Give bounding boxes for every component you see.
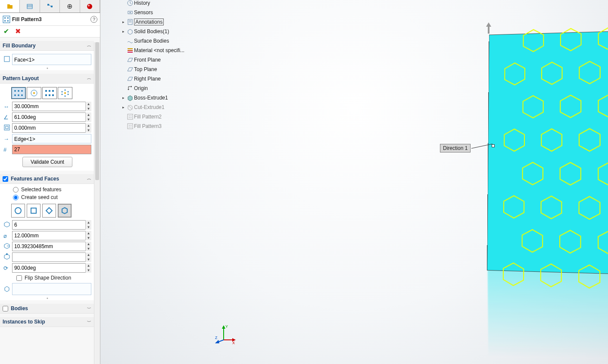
view-triad[interactable]: Y X Z — [215, 323, 237, 344]
svg-marker-85 — [579, 196, 600, 219]
svg-marker-78 — [541, 129, 562, 151]
expand-toggle[interactable]: ▸ — [120, 29, 126, 34]
chevron-down-icon: ︿ — [87, 306, 91, 311]
cancel-button[interactable]: ✖ — [15, 28, 21, 35]
pattern-direction-input[interactable] — [12, 134, 91, 143]
pm-tab-feature[interactable] — [0, 0, 20, 12]
svg-marker-55 — [131, 86, 132, 87]
tree-node[interactable]: Origin — [108, 84, 184, 93]
pattern-instance — [520, 227, 546, 254]
spinner[interactable]: ▲▼ — [85, 123, 91, 133]
plane-icon — [126, 66, 134, 73]
polygon-sides-input[interactable] — [12, 220, 91, 230]
fill-icon — [126, 113, 134, 120]
extrude-direction-arrow[interactable] — [485, 22, 493, 36]
pm-tab-tree[interactable] — [40, 0, 60, 12]
flip-shape-checkbox[interactable] — [16, 275, 22, 281]
svg-rect-63 — [128, 124, 133, 129]
svg-point-11 — [4, 20, 6, 21]
margins-input[interactable] — [12, 123, 91, 133]
tree-node[interactable]: ▸Solid Bodies(1) — [108, 27, 184, 36]
flyout-feature-tree[interactable]: HistorySensors▸Annotations▸Solid Bodies(… — [108, 0, 184, 131]
shape-polygon[interactable] — [58, 204, 72, 218]
pm-tab-appearance[interactable] — [80, 0, 100, 12]
tree-node[interactable]: Material <not specifi... — [108, 46, 184, 55]
bodies-checkbox[interactable] — [3, 306, 8, 311]
tree-node[interactable]: ▸Boss-Extrude1 — [108, 93, 184, 103]
features-faces-checkbox[interactable] — [3, 176, 8, 182]
accept-button[interactable]: ✔ — [3, 28, 9, 35]
svg-rect-23 — [49, 90, 50, 92]
spinner[interactable]: ▲▼ — [85, 112, 91, 122]
pm-tab-list[interactable] — [20, 0, 40, 12]
inner-radius-input[interactable] — [12, 242, 91, 251]
body-scope-input[interactable] — [12, 283, 91, 295]
graphics-viewport[interactable]: HistorySensors▸Annotations▸Solid Bodies(… — [100, 0, 608, 364]
sides-icon — [3, 221, 12, 229]
svg-point-14 — [14, 90, 16, 92]
selection-resize-handle[interactable]: • — [3, 65, 91, 68]
radio-create-seed-cut[interactable] — [13, 195, 19, 200]
spinner[interactable]: ▲▼ — [85, 102, 91, 111]
svg-marker-84 — [541, 196, 561, 219]
tree-node[interactable]: Top Plane — [108, 65, 184, 74]
expand-toggle[interactable]: ▸ — [120, 96, 126, 100]
tree-node[interactable]: Right Plane — [108, 74, 184, 84]
pattern-instance — [596, 229, 608, 256]
layout-circular[interactable] — [27, 87, 41, 99]
svg-point-48 — [130, 12, 131, 13]
loop-spacing-input[interactable] — [12, 102, 91, 111]
layout-square[interactable] — [42, 87, 57, 99]
tree-node[interactable]: Fill Pattern2 — [108, 112, 184, 121]
expand-toggle[interactable]: ▸ — [120, 20, 126, 24]
shape-circle[interactable] — [11, 204, 25, 218]
seed-blank-input[interactable] — [12, 252, 91, 262]
validate-count-button[interactable]: Validate Count — [22, 157, 72, 167]
instance-count-input[interactable] — [12, 145, 91, 154]
spinner[interactable]: ▲▼ — [85, 252, 91, 262]
panel-scrollbar[interactable] — [94, 42, 100, 364]
svg-point-29 — [65, 90, 66, 91]
fill-boundary-input[interactable] — [12, 54, 91, 65]
svg-marker-72 — [542, 62, 562, 84]
spinner[interactable]: ▲▼ — [85, 231, 91, 240]
pattern-instance — [557, 228, 583, 255]
shape-square[interactable] — [27, 204, 41, 218]
svg-rect-27 — [52, 94, 54, 96]
outer-diameter-input[interactable] — [12, 231, 91, 240]
diameter-icon: ⌀ — [3, 233, 12, 239]
spinner[interactable]: ▲▼ — [85, 242, 91, 251]
section-bodies-header[interactable]: Bodies ︿ — [0, 304, 94, 314]
radio-selected-features[interactable] — [13, 187, 19, 193]
rotation-angle-input[interactable] — [12, 263, 91, 273]
stagger-angle-input[interactable] — [12, 112, 91, 122]
help-button[interactable]: ? — [90, 16, 97, 23]
direction-callout[interactable]: Direction 1 — [440, 144, 495, 152]
section-fill-boundary-header[interactable]: Fill Boundary ︿ — [0, 41, 94, 51]
section-instances-skip-header[interactable]: Instances to Skip ︿ — [0, 317, 94, 327]
square-icon — [30, 207, 37, 215]
tree-node[interactable]: Fill Pattern3 — [108, 121, 184, 131]
spinner[interactable]: ▲▼ — [85, 263, 91, 273]
model-preview[interactable] — [487, 31, 608, 274]
expand-toggle[interactable]: ▸ — [120, 105, 126, 109]
svg-point-10 — [7, 17, 9, 18]
callout-endpoint[interactable] — [492, 144, 495, 147]
tree-node[interactable]: ▸Cut-Extrude1 — [108, 103, 184, 112]
layout-perforation[interactable] — [11, 87, 26, 99]
property-scroll[interactable]: Fill Boundary ︿ • Pattern Layout ︿ — [0, 37, 100, 364]
tree-node[interactable]: Sensors — [108, 8, 184, 17]
triad-z-label: Z — [215, 336, 218, 340]
spinner[interactable]: ▲▼ — [85, 220, 91, 230]
selection-resize-handle[interactable]: • — [3, 296, 91, 299]
svg-rect-0 — [27, 4, 32, 9]
pm-tab-target[interactable]: ⊕ — [60, 0, 80, 12]
shape-diamond[interactable] — [42, 204, 56, 218]
layout-polygon[interactable] — [58, 87, 72, 99]
tree-node[interactable]: Surface Bodies — [108, 36, 184, 46]
tree-node[interactable]: ▸Annotations — [108, 17, 184, 27]
section-features-faces-header[interactable]: Features and Faces ︿ — [0, 174, 94, 184]
tree-node[interactable]: History — [108, 0, 184, 8]
section-pattern-layout-header[interactable]: Pattern Layout ︿ — [0, 74, 94, 84]
tree-node[interactable]: Front Plane — [108, 55, 184, 65]
